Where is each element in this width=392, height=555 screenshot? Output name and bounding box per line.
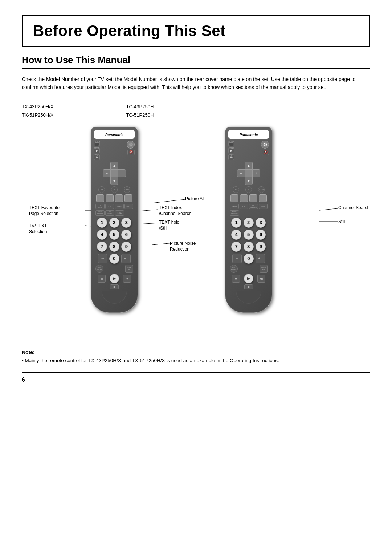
fp-btn-left[interactable]: F.P (105, 204, 114, 209)
100hz-btn-left[interactable]: 100HZ/PROGRE (95, 210, 105, 216)
num7-right[interactable]: 7 (231, 242, 241, 252)
sound-btn-left[interactable]: SOUND ▶ (94, 147, 100, 153)
dpad-down-left[interactable]: ▼ (110, 177, 118, 185)
oo-btn-right[interactable]: ∞ (245, 186, 252, 193)
dpad-left: ▲ ▼ – + (103, 162, 126, 185)
surround-btn-right[interactable]: SURROUND (230, 265, 238, 273)
dpad-container-left: ▲ ▼ – + (94, 162, 135, 185)
dpad-left-right[interactable]: – (237, 169, 245, 177)
tvav-btn-left[interactable]: TV/AV (124, 186, 130, 193)
note-section: Note: • Mainly the remote control for TX… (22, 348, 370, 365)
stop-row-right: ■ (228, 284, 269, 289)
setup-btn-right[interactable]: SET UP ☰ (228, 154, 234, 160)
sound-btn-right[interactable]: SOUND ▶ (228, 147, 234, 153)
num5-right[interactable]: 5 (244, 230, 254, 240)
num9-left[interactable]: 9 (121, 242, 131, 252)
num6-right[interactable]: 6 (256, 230, 266, 240)
dpnr-lbl[interactable]: D.PNR (230, 204, 239, 209)
dash-btn-right[interactable]: +– (256, 254, 265, 263)
index-btn-left[interactable]: INDEX (115, 204, 124, 209)
surround-btn-left[interactable]: SURROUND (95, 265, 103, 273)
big-btn1-left[interactable] (96, 194, 104, 202)
i-ii-btn-right[interactable]: I/II (233, 186, 239, 193)
num7-left[interactable]: 7 (97, 242, 107, 252)
num8-right[interactable]: 8 (244, 242, 254, 252)
dpad-right-right[interactable]: + (252, 169, 260, 177)
pai-btn-right[interactable] (240, 194, 248, 202)
num0-right[interactable]: 0 (244, 254, 254, 264)
ch-search-btn-left[interactable]: CHSEARCH (105, 210, 114, 216)
picture-btn-left[interactable]: PICTURE (94, 141, 100, 146)
picture-btn-right[interactable]: PICTURE (228, 141, 234, 146)
num0-left[interactable]: 0 (109, 254, 119, 264)
models-right: TC-43P250H TC-51P250H (126, 102, 154, 119)
fwd-btn-left[interactable]: ⏭ (123, 275, 131, 283)
still-btn-left-small[interactable]: STILL (115, 210, 124, 216)
dpnr-btn-right[interactable] (230, 194, 238, 202)
play-btn-right[interactable]: ▶ (244, 274, 253, 283)
num1-right[interactable]: 1 (231, 218, 241, 228)
num2-right[interactable]: 2 (244, 218, 254, 228)
num6-left[interactable]: 6 (121, 230, 131, 240)
num3-right[interactable]: 3 (256, 218, 266, 228)
big-btn4-left[interactable] (124, 194, 132, 202)
stop-btn-right[interactable]: ■ (244, 284, 253, 289)
remote-right: Panasonic PICTURE SOUND (225, 127, 272, 313)
four-big-btns-right (230, 194, 268, 202)
svg-line-6 (319, 208, 338, 210)
num4-right[interactable]: 4 (231, 230, 241, 240)
model-tx43: TX-43P250H/X (22, 102, 53, 111)
section-heading: How to Use This Manual (22, 54, 370, 69)
dpad-up-right[interactable]: ▲ (245, 162, 253, 170)
pai-lbl[interactable]: P. AI (240, 204, 249, 209)
hold-btn-left[interactable]: HOLD (124, 204, 134, 209)
top-controls-right: PICTURE SOUND ▶ SET UP (228, 141, 269, 160)
svg-line-2 (140, 210, 158, 211)
mute-button-left[interactable]: 🔇 (127, 150, 135, 155)
big-btn2-left[interactable] (106, 194, 114, 202)
bottom-small-row-left: I/II ∞ TV/AV (95, 186, 133, 193)
multi-pip-btn-left[interactable]: MULTIPIP (125, 265, 133, 273)
bottom-small-row-right: I/II ∞ TV/AV (230, 186, 268, 193)
oo-btn-left[interactable]: ∞ (111, 186, 118, 193)
still-lbl[interactable]: STILL (259, 204, 268, 209)
rew-btn-right[interactable]: ⏮ (232, 275, 240, 283)
tvtext-row-left: TV/TEXT F.P INDEX HOLD (95, 204, 133, 209)
dash-btn-left[interactable]: +– (121, 254, 131, 263)
back-btn-right[interactable]: ↩ (232, 254, 242, 263)
chsearch-btn-right[interactable] (249, 194, 257, 202)
note-label: Note: (22, 348, 370, 357)
power-button-right[interactable]: ⏻ (261, 141, 269, 149)
power-button-left[interactable]: ⏻ (127, 141, 135, 149)
fwd-btn-right[interactable]: ⏭ (257, 275, 265, 283)
num5-left[interactable]: 5 (109, 230, 119, 240)
back-btn-left[interactable]: ↩ (98, 254, 107, 263)
models-left: TX-43P250H/X TX-51P250H/X (22, 102, 53, 119)
brand-name-left: Panasonic (105, 133, 123, 137)
dpad-down-right[interactable]: ▼ (245, 177, 253, 185)
tvtext-btn-left[interactable]: TV/TEXT (95, 204, 105, 209)
100hz-btn-right[interactable]: 100HZ/PROGRE (230, 210, 239, 216)
num1-left[interactable]: 1 (97, 218, 107, 228)
chsearch-lbl[interactable]: CHSEARCH (249, 204, 258, 209)
multi-pip-btn-right[interactable]: MULTIPIP (260, 265, 268, 273)
big-btn3-left[interactable] (115, 194, 123, 202)
num9-right[interactable]: 9 (256, 242, 266, 252)
num8-left[interactable]: 8 (109, 242, 119, 252)
num3-left[interactable]: 3 (121, 218, 131, 228)
play-btn-left[interactable]: ▶ (110, 274, 119, 283)
i-ii-btn-left[interactable]: I/II (98, 186, 105, 193)
ann-still: Still (338, 219, 345, 225)
stop-btn-left[interactable]: ■ (110, 284, 119, 289)
setup-btn-left[interactable]: SET UP ☰ (94, 154, 100, 160)
still-btn-right-top[interactable] (259, 194, 267, 202)
num4-left[interactable]: 4 (97, 230, 107, 240)
dpad-up-left[interactable]: ▲ (110, 162, 118, 170)
dpad-left-btn[interactable]: – (103, 169, 111, 177)
rew-btn-left[interactable]: ⏮ (98, 275, 106, 283)
mute-button-right[interactable]: 🔇 (262, 150, 269, 155)
tvav-btn-right[interactable]: TV/AV (258, 186, 265, 193)
num2-left[interactable]: 2 (109, 218, 119, 228)
dpnr-row-right: D.PNR P. AI CHSEARCH STILL (230, 204, 268, 209)
dpad-right-btn[interactable]: + (118, 169, 126, 177)
